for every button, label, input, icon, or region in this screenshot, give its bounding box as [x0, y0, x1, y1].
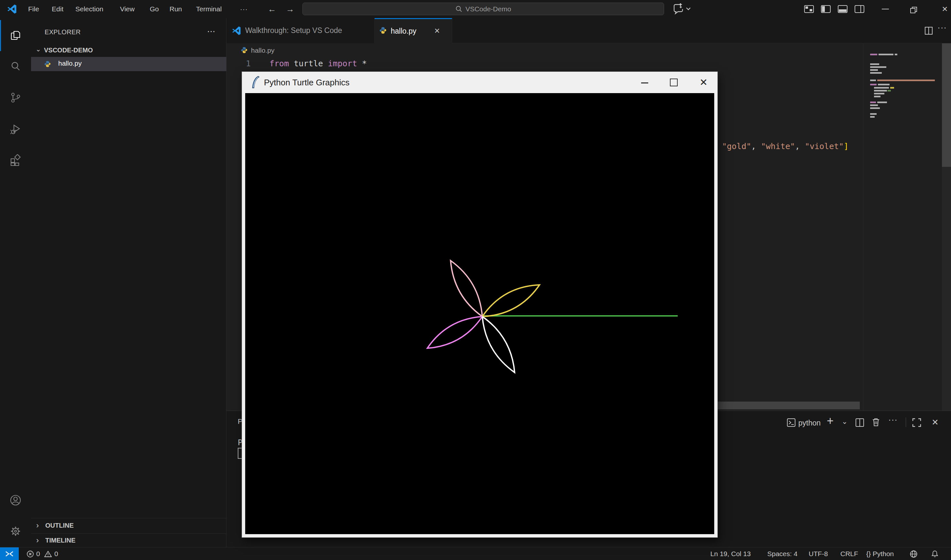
editor-more-actions-icon[interactable]: ··· [937, 23, 947, 33]
editor-hscrollbar-thumb[interactable] [715, 402, 860, 409]
turtle-flower-drawing [245, 93, 714, 534]
errors-count[interactable]: 0 [36, 548, 40, 560]
encoding[interactable]: UTF-8 [809, 548, 828, 560]
menu-edit[interactable]: Edit [52, 0, 63, 18]
turtle-canvas [245, 93, 714, 534]
sidebar-more-actions-icon[interactable]: ⋯ [207, 26, 216, 37]
globe-icon[interactable] [909, 550, 918, 558]
extensions-icon[interactable] [10, 154, 22, 166]
outline-section-header[interactable]: › OUTLINE [31, 518, 227, 534]
kill-terminal-trash-icon[interactable] [871, 417, 880, 427]
chevron-right-icon: › [36, 536, 39, 545]
history-back-icon[interactable]: ← [268, 0, 276, 18]
copilot-chat-icon[interactable] [672, 3, 691, 15]
menu-overflow[interactable]: ··· [240, 0, 248, 18]
turtle-window-titlebar[interactable]: Python Turtle Graphics ✕ [242, 72, 717, 93]
sidebar-title: EXPLORER [45, 28, 80, 36]
minimap[interactable] [864, 43, 942, 411]
history-forward-icon[interactable]: → [286, 0, 294, 18]
remote-indicator[interactable] [0, 548, 19, 560]
chevron-down-icon: ⌄ [35, 45, 41, 53]
notifications-bell-icon[interactable] [931, 550, 939, 558]
minimap-border [863, 43, 863, 411]
status-bar: 0 0 Ln 19, Col 13 Spaces: 4 UTF-8 CRLF {… [0, 547, 951, 560]
language-mode[interactable]: {} Python [866, 548, 894, 560]
toggle-panel-icon[interactable] [838, 5, 848, 13]
terminal-icon [787, 418, 796, 427]
panel-more-actions-icon[interactable]: ··· [888, 415, 898, 425]
menu-run[interactable]: Run [170, 0, 182, 18]
folder-name: VSCODE-DEMO [44, 46, 93, 54]
code-line-1[interactable]: from turtle import * [270, 59, 367, 68]
turtle-close-button[interactable]: ✕ [692, 72, 715, 93]
terminal-dropdown-chevron-icon[interactable]: ⌄ [842, 417, 848, 426]
tab-label: hallo.py [391, 27, 416, 35]
petal-violet [427, 317, 482, 348]
turtle-window-title: Python Turtle Graphics [264, 78, 349, 88]
maximize-panel-icon[interactable] [912, 418, 921, 427]
python-file-icon [44, 60, 51, 68]
menu-go[interactable]: Go [150, 0, 159, 18]
new-terminal-icon[interactable]: + [827, 414, 834, 428]
tab-walkthrough[interactable]: Walkthrough: Setup VS Code [227, 18, 375, 43]
vscode-logo-icon [231, 26, 241, 35]
window-restore-button[interactable] [910, 7, 918, 15]
turtle-maximize-button[interactable] [663, 72, 685, 93]
folder-header[interactable]: ⌄ VSCODE-DEMO [31, 45, 227, 57]
window-close-button[interactable]: ✕ [935, 0, 951, 18]
warnings-icon[interactable] [44, 550, 52, 558]
code-line-clipped[interactable]: "gold", "white", "violet"] [722, 142, 848, 151]
vscode-window: File Edit Selection View Go Run Terminal… [0, 0, 951, 560]
menu-file[interactable]: File [28, 0, 39, 18]
account-icon[interactable] [10, 494, 22, 506]
errors-icon[interactable] [26, 550, 34, 558]
split-terminal-icon[interactable] [855, 418, 864, 427]
close-panel-icon[interactable]: ✕ [932, 417, 939, 428]
run-and-debug-icon[interactable] [10, 123, 22, 135]
search-icon [455, 6, 462, 12]
python-feather-icon [250, 75, 261, 89]
toggle-sidebar-icon[interactable] [821, 5, 831, 13]
window-minimize-button[interactable] [882, 9, 889, 9]
cursor-position[interactable]: Ln 19, Col 13 [711, 548, 751, 560]
terminal-label[interactable]: python [798, 419, 821, 428]
file-name: hallo.py [58, 60, 82, 67]
menu-view[interactable]: View [120, 0, 134, 18]
warnings-count[interactable]: 0 [54, 548, 58, 560]
toggle-secondary-sidebar-icon[interactable] [855, 5, 864, 13]
indentation[interactable]: Spaces: 4 [767, 548, 797, 560]
explorer-icon[interactable] [10, 30, 22, 42]
menu-terminal[interactable]: Terminal [196, 0, 222, 18]
python-file-icon [240, 46, 248, 54]
editor-scrollbar-track[interactable] [942, 43, 951, 411]
source-control-icon[interactable] [10, 92, 22, 103]
tab-label: Walkthrough: Setup VS Code [245, 26, 342, 35]
menu-selection[interactable]: Selection [76, 0, 103, 18]
petal-white [482, 317, 515, 372]
line-number: 1 [227, 59, 251, 68]
python-turtle-graphics-window[interactable]: Python Turtle Graphics ✕ [242, 72, 717, 537]
file-item-hallo-py[interactable]: hallo.py [31, 57, 227, 71]
petal-gold [482, 285, 539, 317]
editor-scrollbar-thumb[interactable] [942, 43, 951, 167]
command-center-search[interactable]: VSCode-Demo [302, 3, 664, 15]
split-editor-icon[interactable] [925, 26, 933, 35]
explorer-sidebar: EXPLORER ⋯ ⌄ VSCODE-DEMO hallo.py › OUTL… [31, 18, 227, 547]
search-placeholder: VSCode-Demo [465, 5, 511, 12]
activity-bar [0, 18, 31, 547]
tab-close-icon[interactable]: ✕ [434, 27, 440, 35]
active-view-indicator [0, 20, 1, 51]
search-icon[interactable] [10, 60, 22, 72]
eol-sequence[interactable]: CRLF [840, 548, 858, 560]
breadcrumb[interactable]: hallo.py [251, 46, 274, 54]
title-bar: File Edit Selection View Go Run Terminal… [0, 0, 951, 18]
tab-hallo-py[interactable]: hallo.py ✕ [375, 18, 452, 43]
python-file-icon [379, 26, 387, 34]
settings-gear-icon[interactable] [10, 525, 22, 537]
timeline-section-header[interactable]: › TIMELINE [31, 534, 227, 547]
divider [906, 417, 906, 427]
customize-layout-icon[interactable] [804, 5, 814, 13]
editor-tab-bar: Walkthrough: Setup VS Code hallo.py ✕ ··… [227, 18, 951, 43]
turtle-minimize-button[interactable] [633, 72, 656, 93]
petal-pink [451, 261, 482, 317]
